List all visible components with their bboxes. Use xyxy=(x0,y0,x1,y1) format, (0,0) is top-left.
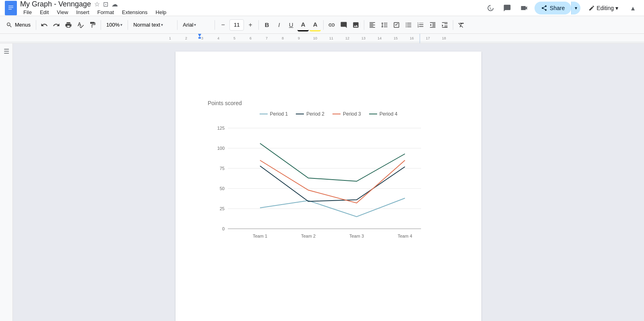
bold-button[interactable]: B xyxy=(261,19,272,31)
menu-insert[interactable]: Insert xyxy=(73,8,93,16)
page-num-10 xyxy=(0,151,12,164)
menu-file[interactable]: File xyxy=(20,8,35,16)
doc-title[interactable]: My Graph - Venngage xyxy=(20,0,91,8)
svg-text:18: 18 xyxy=(442,36,446,40)
svg-text:13: 13 xyxy=(361,36,365,40)
svg-text:25: 25 xyxy=(220,206,225,211)
italic-label: I xyxy=(278,21,280,28)
chart-legend: Period 1 Period 2 Period 3 Period 4 xyxy=(208,111,449,117)
page-num-8 xyxy=(0,127,12,139)
font-size-input[interactable]: 11 xyxy=(229,19,244,31)
svg-text:3: 3 xyxy=(201,36,203,40)
svg-rect-24 xyxy=(198,37,201,39)
svg-rect-1 xyxy=(8,6,13,6)
legend-label-period1: Period 1 xyxy=(270,111,288,117)
bold-label: B xyxy=(265,21,269,28)
svg-text:0: 0 xyxy=(222,226,225,231)
indent-less-button[interactable] xyxy=(427,19,438,31)
divider xyxy=(36,20,36,30)
highlight-button[interactable]: A xyxy=(310,19,321,31)
document-area[interactable]: Points scored Period 1 Period 2 Period 3 xyxy=(13,43,644,321)
paint-format-button[interactable] xyxy=(87,19,98,31)
chart-title: Points scored xyxy=(208,100,449,106)
text-style-label: Normal text xyxy=(133,22,160,28)
menus-label: Menus xyxy=(15,22,31,28)
comments-icon[interactable] xyxy=(501,2,514,14)
image-button[interactable] xyxy=(350,19,361,31)
print-button[interactable] xyxy=(63,19,74,31)
text-style-dropdown[interactable]: Normal text ▾ xyxy=(130,19,175,31)
menu-extensions[interactable]: Extensions xyxy=(119,8,151,16)
page-num-7 xyxy=(0,115,12,127)
clear-format-button[interactable] xyxy=(456,19,467,31)
font-size-increase-button[interactable]: + xyxy=(245,19,256,31)
svg-text:2: 2 xyxy=(185,36,187,40)
star-icon[interactable]: ☆ xyxy=(94,0,100,8)
divider xyxy=(453,20,453,30)
page-num-11 xyxy=(0,164,12,176)
font-dropdown[interactable]: Arial ▾ xyxy=(180,19,212,31)
share-button[interactable]: Share xyxy=(535,2,571,14)
svg-text:5: 5 xyxy=(233,36,235,40)
svg-text:100: 100 xyxy=(217,146,225,151)
left-sidebar: ☰ xyxy=(0,43,13,321)
search-menus-button[interactable]: Menus xyxy=(3,19,33,31)
collapse-icon[interactable]: ▴ xyxy=(626,2,639,14)
indent-more-button[interactable] xyxy=(439,19,450,31)
bullet-list-button[interactable] xyxy=(403,19,414,31)
svg-text:1: 1 xyxy=(169,36,171,40)
legend-label-period3: Period 3 xyxy=(343,111,361,117)
page-num-14 xyxy=(0,200,12,212)
numbered-list-button[interactable] xyxy=(415,19,426,31)
history-icon[interactable] xyxy=(484,2,497,14)
font-size-decrease-button[interactable]: − xyxy=(217,19,229,31)
titlebar-right: Share ▾ Editing ▾ ▴ xyxy=(484,2,639,14)
line-spacing-button[interactable] xyxy=(379,19,390,31)
legend-item-period3: Period 3 xyxy=(332,111,361,117)
svg-rect-0 xyxy=(7,4,14,12)
page-num-5 xyxy=(0,91,12,103)
align-button[interactable] xyxy=(367,19,378,31)
divider xyxy=(177,20,178,30)
legend-item-period2: Period 2 xyxy=(296,111,324,117)
page-num-13 xyxy=(0,188,12,200)
link-button[interactable] xyxy=(326,19,337,31)
svg-text:4: 4 xyxy=(217,36,219,40)
document-page[interactable]: Points scored Period 1 Period 2 Period 3 xyxy=(175,52,481,321)
divider xyxy=(364,20,364,30)
titlebar: My Graph - Venngage ☆ ⊡ ☁ File Edit View… xyxy=(0,0,644,16)
font-label: Arial xyxy=(183,22,193,28)
share-label: Share xyxy=(550,5,565,11)
ruler: // Draw ruler marks inline - not possibl… xyxy=(0,34,644,43)
menu-edit[interactable]: Edit xyxy=(37,8,52,16)
legend-line-period2 xyxy=(296,114,304,114)
svg-rect-2 xyxy=(8,7,13,8)
divider xyxy=(101,20,101,30)
menu-help[interactable]: Help xyxy=(153,8,170,16)
ruler-svg: // Draw ruler marks inline - not possibl… xyxy=(0,34,644,43)
meet-icon[interactable] xyxy=(518,2,530,14)
cloud-icon[interactable]: ☁ xyxy=(111,0,118,8)
svg-text:Team 4: Team 4 xyxy=(398,234,412,238)
redo-button[interactable] xyxy=(51,19,62,31)
svg-text:10: 10 xyxy=(313,36,317,40)
italic-button[interactable]: I xyxy=(273,19,285,31)
menu-format[interactable]: Format xyxy=(94,8,117,16)
editing-button[interactable]: Editing ▾ xyxy=(584,2,622,14)
legend-line-period3 xyxy=(332,114,341,114)
undo-button[interactable] xyxy=(39,19,50,31)
svg-text:6: 6 xyxy=(250,36,252,40)
share-dropdown-button[interactable]: ▾ xyxy=(571,2,580,14)
underline-button[interactable]: U xyxy=(285,19,297,31)
page-num-3 xyxy=(0,67,12,79)
checklist-button[interactable] xyxy=(391,19,402,31)
folder-icon[interactable]: ⊡ xyxy=(103,0,108,8)
menu-view[interactable]: View xyxy=(54,8,71,16)
divider xyxy=(258,20,259,30)
font-dropdown-arrow: ▾ xyxy=(194,23,196,27)
comment-button[interactable] xyxy=(338,19,349,31)
legend-label-period4: Period 4 xyxy=(380,111,398,117)
text-color-button[interactable]: A xyxy=(297,19,309,31)
spellcheck-button[interactable] xyxy=(75,19,86,31)
zoom-dropdown[interactable]: 100% ▾ xyxy=(103,19,125,31)
